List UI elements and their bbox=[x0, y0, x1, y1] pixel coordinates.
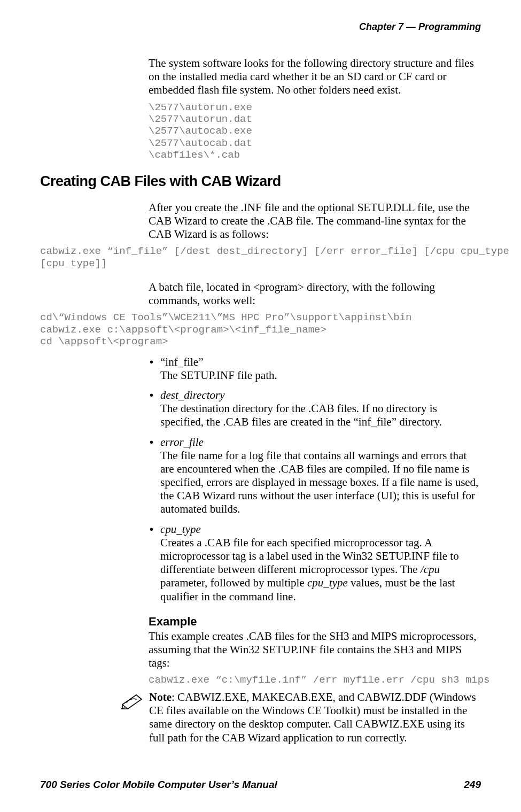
footer-page-number: 249 bbox=[464, 779, 481, 791]
param-label: error_file bbox=[160, 436, 204, 448]
param-dest-directory: dest_directory The destination directory… bbox=[149, 389, 481, 429]
note-label: Note bbox=[149, 691, 172, 703]
note-text: Note: CABWIZ.EXE, MAKECAB.EXE, and CABWI… bbox=[149, 691, 481, 745]
header-dash: — bbox=[406, 21, 416, 32]
footer-manual-title: 700 Series Color Mobile Computer User’s … bbox=[40, 779, 277, 791]
section-heading-cab-wizard: Creating CAB Files with CAB Wizard bbox=[40, 173, 481, 190]
note-block: Note: CABWIZ.EXE, MAKECAB.EXE, and CABWI… bbox=[120, 691, 481, 745]
param-desc-pre: Creates a .CAB file for each specified m… bbox=[160, 536, 459, 576]
directory-listing-code: \2577\autorun.exe \2577\autorun.dat \257… bbox=[149, 102, 481, 161]
param-desc-mid: parameter, followed by multiple bbox=[160, 576, 307, 589]
parameter-list: “inf_file” The SETUP.INF file path. dest… bbox=[149, 355, 481, 604]
page-footer: 700 Series Color Mobile Computer User’s … bbox=[40, 779, 481, 791]
note-body: : CABWIZ.EXE, MAKECAB.EXE, and CABWIZ.DD… bbox=[149, 691, 476, 744]
param-cpu-type: cpu_type Creates a .CAB file for each sp… bbox=[149, 523, 481, 604]
cab-wizard-intro: After you create the .INF file and the o… bbox=[149, 201, 481, 242]
chapter-title: Programming bbox=[418, 21, 481, 32]
batch-intro: A batch file, located in <program> direc… bbox=[149, 281, 481, 307]
example-paragraph: This example creates .CAB files for the … bbox=[149, 630, 481, 670]
param-desc: The SETUP.INF file path. bbox=[160, 369, 277, 382]
param-desc: The destination directory for the .CAB f… bbox=[160, 402, 442, 428]
param-label: dest_directory bbox=[160, 389, 225, 401]
intro-paragraph: The system software looks for the follow… bbox=[149, 57, 481, 97]
note-icon bbox=[120, 692, 146, 713]
batch-code: cd\“Windows CE Tools”\WCE211\”MS HPC Pro… bbox=[40, 312, 481, 347]
running-header: Chapter 7 — Programming bbox=[40, 21, 481, 33]
param-inf-file: “inf_file” The SETUP.INF file path. bbox=[149, 355, 481, 382]
example-heading: Example bbox=[149, 615, 481, 629]
param-desc: The file name for a log file that contai… bbox=[160, 449, 478, 516]
chapter-label: Chapter 7 bbox=[359, 21, 403, 32]
param-label: “inf_file” bbox=[160, 355, 203, 368]
example-code: cabwiz.exe “c:\myfile.inf” /err myfile.e… bbox=[149, 674, 481, 686]
param-cpu-flag: /cpu bbox=[421, 563, 440, 576]
param-cpu-type-i: cpu_type bbox=[307, 576, 348, 589]
param-label: cpu_type bbox=[160, 523, 201, 536]
param-error-file: error_file The file name for a log file … bbox=[149, 436, 481, 516]
cabwiz-syntax-code: cabwiz.exe “inf_file” [/dest dest_direct… bbox=[40, 245, 481, 269]
